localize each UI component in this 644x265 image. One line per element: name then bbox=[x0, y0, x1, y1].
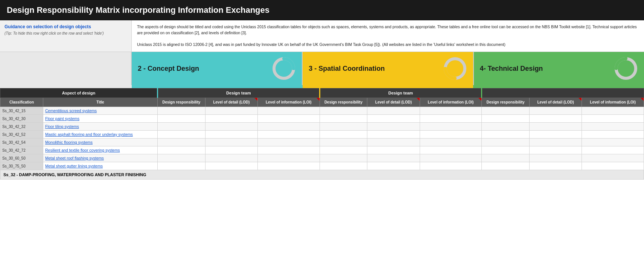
title-link[interactable]: Metal sheet gutter lining systems bbox=[45, 164, 103, 168]
data-cell bbox=[529, 131, 582, 139]
data-cell bbox=[320, 146, 367, 154]
data-cell bbox=[257, 139, 320, 146]
data-cell bbox=[367, 162, 420, 170]
data-cell bbox=[482, 162, 530, 170]
data-cell bbox=[420, 154, 482, 162]
data-cell bbox=[320, 139, 367, 146]
title-link[interactable]: Metal sheet roof flashing systems bbox=[45, 156, 104, 160]
data-cell bbox=[205, 123, 257, 131]
data-cell bbox=[482, 123, 530, 131]
stage-concept: 2 - Concept Design bbox=[132, 52, 303, 85]
table-row: Ss_30_42_32Floor tiling systems bbox=[0, 123, 644, 131]
group-concept-header: Design team bbox=[157, 88, 320, 98]
classification-cell: Ss_30_42_72 bbox=[0, 146, 43, 154]
section-label: Ss_32 - DAMP-PROOFING, WATERPROOFING AND… bbox=[0, 170, 644, 180]
classification-cell: Ss_30_42_54 bbox=[0, 139, 43, 146]
data-cell bbox=[367, 107, 420, 115]
data-cell bbox=[582, 107, 644, 115]
table-container: Aspect of design Design team Design team… bbox=[0, 88, 644, 180]
title-link[interactable]: Monolithic flooring systems bbox=[45, 140, 93, 145]
data-cell bbox=[157, 162, 205, 170]
data-cell bbox=[157, 131, 205, 139]
title-cell[interactable]: Cementitious screed systems bbox=[43, 107, 157, 115]
data-cell bbox=[157, 154, 205, 162]
title-cell[interactable]: Resilient and textile floor covering sys… bbox=[43, 146, 157, 154]
data-cell bbox=[367, 123, 420, 131]
group-aspect-header: Aspect of design bbox=[0, 88, 158, 98]
table-row: Ss_30_42_54Monolithic flooring systems bbox=[0, 139, 644, 146]
data-cell bbox=[205, 139, 257, 146]
top-section: Guidance on selection of design objects … bbox=[0, 20, 644, 52]
data-cell bbox=[367, 131, 420, 139]
data-cell bbox=[320, 123, 367, 131]
title-cell[interactable]: Floor tiling systems bbox=[43, 123, 157, 131]
col-loi-1: Level of information (LOI) bbox=[257, 98, 320, 107]
description-line1: The aspects of design should be titled a… bbox=[137, 24, 639, 36]
group-spatial-header: Design team bbox=[320, 88, 482, 98]
col-lod-1: Level of detail (LOD) bbox=[205, 98, 257, 107]
data-cell bbox=[482, 139, 530, 146]
table-row: Ss_30_42_52Mastic asphalt flooring and f… bbox=[0, 131, 644, 139]
data-cell bbox=[257, 131, 320, 139]
data-cell bbox=[582, 123, 644, 131]
data-cell bbox=[582, 131, 644, 139]
data-cell bbox=[529, 154, 582, 162]
title-link[interactable]: Floor paint systems bbox=[45, 116, 79, 121]
col-loi-3: Level of information (LOI) bbox=[582, 98, 644, 107]
title-link[interactable]: Floor tiling systems bbox=[45, 124, 79, 129]
data-cell bbox=[529, 146, 582, 154]
col-design-resp-2: Design responsibility bbox=[320, 98, 367, 107]
col-design-resp-1: Design responsibility bbox=[157, 98, 205, 107]
data-cell bbox=[257, 154, 320, 162]
title-link[interactable]: Cementitious screed systems bbox=[45, 108, 97, 113]
section-row: Ss_32 - DAMP-PROOFING, WATERPROOFING AND… bbox=[0, 170, 644, 180]
title-cell[interactable]: Metal sheet roof flashing systems bbox=[43, 154, 157, 162]
title-cell[interactable]: Metal sheet gutter lining systems bbox=[43, 162, 157, 170]
data-cell bbox=[320, 154, 367, 162]
table-row: Ss_30_42_15Cementitious screed systems bbox=[0, 107, 644, 115]
data-cell bbox=[420, 162, 482, 170]
stage-technical-label: 4- Technical Design bbox=[480, 65, 614, 73]
data-cell bbox=[157, 139, 205, 146]
title-cell[interactable]: Mastic asphalt flooring and floor underl… bbox=[43, 131, 157, 139]
classification-cell: Ss_30_60_50 bbox=[0, 154, 43, 162]
classification-cell: Ss_30_42_30 bbox=[0, 115, 43, 123]
stage-headers: 2 - Concept Design 3 - Spatial Coordinat… bbox=[0, 52, 644, 85]
data-cell bbox=[529, 115, 582, 123]
data-cell bbox=[257, 123, 320, 131]
group-header-row: Aspect of design Design team Design team bbox=[0, 88, 644, 98]
table-row: Ss_30_75_50Metal sheet gutter lining sys… bbox=[0, 162, 644, 170]
data-cell bbox=[320, 162, 367, 170]
stage-spacer bbox=[0, 52, 132, 85]
page-title: Design Responsibility Matrix incorporati… bbox=[7, 5, 269, 15]
table-row: Ss_30_60_50Metal sheet roof flashing sys… bbox=[0, 154, 644, 162]
table-row: Ss_30_42_30Floor paint systems bbox=[0, 115, 644, 123]
table-row: Ss_30_42_72Resilient and textile floor c… bbox=[0, 146, 644, 154]
title-link[interactable]: Mastic asphalt flooring and floor underl… bbox=[45, 132, 133, 137]
data-cell bbox=[582, 146, 644, 154]
color-band-concept bbox=[132, 85, 303, 88]
title-link[interactable]: Resilient and textile floor covering sys… bbox=[45, 148, 120, 152]
main-wrapper: Design Responsibility Matrix incorporati… bbox=[0, 0, 644, 265]
color-band-spatial bbox=[303, 85, 473, 88]
guidance-panel: Guidance on selection of design objects … bbox=[0, 20, 132, 52]
stage-spatial-label: 3 - Spatial Coordination bbox=[309, 65, 443, 73]
data-cell bbox=[420, 107, 482, 115]
classification-cell: Ss_30_75_50 bbox=[0, 162, 43, 170]
classification-cell: Ss_30_42_32 bbox=[0, 123, 43, 131]
color-band bbox=[0, 85, 644, 88]
title-cell[interactable]: Floor paint systems bbox=[43, 115, 157, 123]
data-cell bbox=[582, 154, 644, 162]
col-title: Title bbox=[43, 98, 157, 107]
data-cell bbox=[529, 123, 582, 131]
data-cell bbox=[205, 107, 257, 115]
title-bar: Design Responsibility Matrix incorporati… bbox=[0, 0, 644, 20]
data-cell bbox=[420, 146, 482, 154]
data-cell bbox=[367, 139, 420, 146]
description-line2: Uniclass 2015 is aligned to ISO 12006-2 … bbox=[137, 42, 639, 48]
data-cell bbox=[582, 162, 644, 170]
data-cell bbox=[582, 139, 644, 146]
data-cell bbox=[205, 162, 257, 170]
data-cell bbox=[157, 123, 205, 131]
title-cell[interactable]: Monolithic flooring systems bbox=[43, 139, 157, 146]
